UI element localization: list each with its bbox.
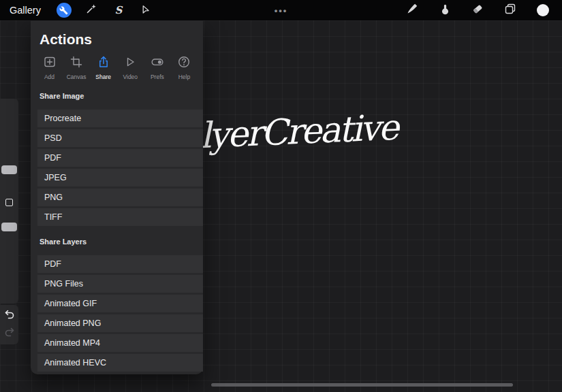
top-toolbar: Gallery S •••	[0, 0, 562, 20]
tab-add-label: Add	[44, 74, 54, 80]
gallery-button[interactable]: Gallery	[10, 5, 41, 16]
transform-tool-button[interactable]	[132, 0, 159, 20]
tab-share-label: Share	[95, 74, 111, 80]
redo-button[interactable]	[4, 327, 15, 340]
layers-tool-button[interactable]	[498, 0, 522, 20]
smudge-icon	[439, 3, 451, 18]
share-image-jpeg[interactable]: JPEG	[37, 169, 203, 186]
color-tool-button[interactable]	[531, 0, 555, 20]
selection-s-icon: S	[115, 4, 123, 16]
sidebar-sliders	[0, 99, 18, 304]
undo-button[interactable]	[4, 309, 15, 323]
panel-title: Actions	[40, 31, 203, 48]
wrench-icon	[57, 3, 72, 18]
canvas-handwriting: lyerCreative	[199, 107, 398, 157]
brush-tool-button[interactable]	[400, 0, 424, 20]
tab-share[interactable]: Share	[91, 55, 116, 80]
section-share-layers-label: Share Layers	[40, 238, 203, 246]
share-layers-png-files[interactable]: PNG Files	[37, 275, 203, 293]
add-square-icon	[43, 55, 57, 71]
actions-tool-button[interactable]	[50, 0, 78, 20]
tab-prefs[interactable]: Prefs	[144, 55, 170, 80]
color-circle-icon	[537, 4, 549, 16]
magic-wand-icon	[86, 3, 97, 17]
share-image-psd[interactable]: PSD	[37, 129, 203, 147]
undo-redo-strip	[0, 305, 18, 344]
help-question-icon	[177, 55, 191, 71]
share-layers-animated-png[interactable]: Animated PNG	[37, 314, 203, 332]
share-image-pdf[interactable]: PDF	[37, 149, 203, 167]
toggle-icon	[151, 55, 164, 71]
section-share-image-label: Share Image	[40, 92, 203, 100]
video-play-icon	[123, 55, 137, 71]
tab-help[interactable]: Help	[172, 55, 197, 80]
modify-button[interactable]	[5, 199, 13, 206]
share-layers-animated-gif[interactable]: Animated GIF	[37, 295, 203, 312]
share-layers-animated-mp4[interactable]: Animated MP4	[37, 334, 203, 352]
tab-video[interactable]: Video	[118, 55, 143, 80]
share-image-png[interactable]: PNG	[37, 189, 203, 206]
share-up-arrow-icon	[97, 55, 110, 71]
share-image-list: Procreate PSD PDF JPEG PNG TIFF	[37, 110, 203, 226]
tab-prefs-label: Prefs	[151, 74, 164, 80]
actions-tabs: Add Canvas Share Video	[31, 55, 203, 80]
eraser-tool-button[interactable]	[465, 0, 490, 20]
paint-tools-group	[400, 0, 555, 20]
tab-canvas[interactable]: Canvas	[64, 55, 89, 80]
brush-icon	[406, 3, 418, 18]
procreate-app: lyerCreative Gallery S •••	[0, 0, 562, 392]
canvas-crop-icon	[69, 55, 83, 71]
layers-icon	[504, 3, 516, 18]
actions-panel: Actions Add Canvas Share	[31, 20, 203, 374]
brush-opacity-slider-handle[interactable]	[1, 223, 17, 231]
selection-tool-button[interactable]: S	[105, 0, 132, 20]
share-image-procreate[interactable]: Procreate	[37, 110, 203, 127]
share-layers-animated-hevc[interactable]: Animated HEVC	[37, 354, 203, 372]
eraser-icon	[471, 3, 484, 18]
adjustments-tool-button[interactable]	[78, 0, 105, 20]
horizontal-scrollbar[interactable]	[211, 383, 513, 387]
share-layers-pdf[interactable]: PDF	[37, 255, 203, 273]
tab-help-label: Help	[178, 74, 190, 80]
smudge-tool-button[interactable]	[433, 0, 457, 20]
share-image-tiff[interactable]: TIFF	[37, 208, 203, 226]
tab-canvas-label: Canvas	[67, 74, 87, 80]
canvas-options-dots[interactable]: •••	[275, 5, 288, 16]
share-layers-list: PDF PNG Files Animated GIF Animated PNG …	[37, 255, 203, 372]
transform-arrow-icon	[140, 4, 151, 17]
tab-video-label: Video	[123, 74, 138, 80]
brush-size-slider-handle[interactable]	[1, 165, 17, 174]
tab-add[interactable]: Add	[37, 55, 62, 80]
